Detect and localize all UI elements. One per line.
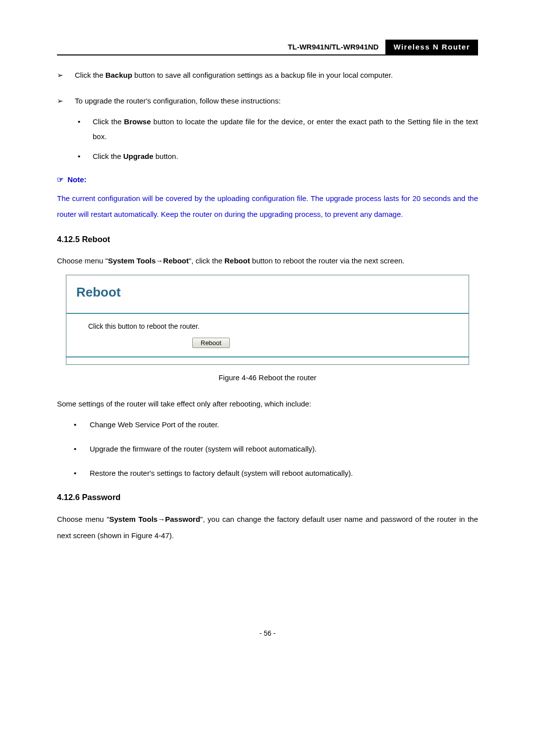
bold-reboot-btn: Reboot <box>224 256 250 265</box>
reboot-button[interactable]: Reboot <box>192 338 230 348</box>
list-item: • Restore the router's settings to facto… <box>57 466 478 480</box>
bullet-icon: • <box>78 149 80 164</box>
figure-caption: Figure 4-46 Reboot the router <box>57 372 478 384</box>
list-item-backup: ➢ Click the Backup button to save all co… <box>57 67 478 83</box>
figure-reboot: Reboot Click this button to reboot the r… <box>66 275 469 365</box>
bold-upgrade: Upgrade <box>123 152 154 160</box>
reboot-paragraph: Choose menu "System Tools→Reboot", click… <box>57 252 478 269</box>
text: button to locate the update file for the… <box>93 117 478 141</box>
note-label: Note: <box>67 175 86 184</box>
section-heading-password: 4.12.6 Password <box>57 491 478 504</box>
bold-reboot-menu: Reboot <box>163 256 189 265</box>
bold-backup: Backup <box>106 71 132 79</box>
bold-browse: Browse <box>124 117 151 126</box>
list-item-upgrade: ➢ To upgrade the router's configuration,… <box>57 93 478 164</box>
after-figure-text: Some settings of the router will take ef… <box>57 396 478 412</box>
text: Click the <box>93 152 123 160</box>
arrow-icon: → <box>156 256 163 265</box>
note-heading: ☞ Note: <box>57 174 478 186</box>
password-paragraph: Choose menu "System Tools→Password", you… <box>57 511 478 544</box>
header-model: TL-WR941N/TL-WR941ND <box>57 40 385 54</box>
bold-system-tools: System Tools <box>109 515 158 523</box>
bold-password: Password <box>165 515 200 523</box>
text: button. <box>154 152 178 160</box>
reboot-effects-list: • Change Web Service Port of the router.… <box>57 418 478 480</box>
text: To upgrade the router's configuration, f… <box>75 97 281 105</box>
text: Click the <box>75 71 106 79</box>
page-number: - 56 - <box>57 628 478 639</box>
chevron-right-icon: ➢ <box>57 67 63 83</box>
page-header: TL-WR941N/TL-WR941ND Wireless N Router <box>57 40 478 55</box>
pointing-hand-icon: ☞ <box>57 175 63 184</box>
sub-item-upgrade: • Click the Upgrade button. <box>75 149 478 164</box>
note-body: The current configuration will be covere… <box>57 191 478 222</box>
text: Restore the router's settings to factory… <box>90 469 353 477</box>
bullet-icon: • <box>74 442 76 455</box>
bullet-icon: • <box>74 466 76 480</box>
text: Click the <box>93 117 124 126</box>
text: Upgrade the firmware of the router (syst… <box>90 445 317 453</box>
bold-system-tools: System Tools <box>108 256 156 265</box>
text: Choose menu " <box>57 256 108 265</box>
text: ", click the <box>189 256 224 265</box>
chevron-right-icon: ➢ <box>57 93 63 109</box>
list-item: • Upgrade the firmware of the router (sy… <box>57 442 478 455</box>
section-heading-reboot: 4.12.5 Reboot <box>57 233 478 246</box>
text: Choose menu " <box>57 515 109 523</box>
text: Change Web Service Port of the router. <box>90 420 219 429</box>
bullet-icon: • <box>74 418 76 431</box>
list-item: • Change Web Service Port of the router. <box>57 418 478 431</box>
header-product-name: Wireless N Router <box>385 40 478 54</box>
arrow-icon: → <box>158 515 165 523</box>
bullet-icon: • <box>78 114 80 129</box>
upgrade-sublist: • Click the Browse button to locate the … <box>75 114 478 164</box>
figure-body-text: Click this button to reboot the router. <box>88 321 449 332</box>
text: button to reboot the router via the next… <box>250 256 405 265</box>
sub-item-browse: • Click the Browse button to locate the … <box>75 114 478 144</box>
backup-restore-list: ➢ Click the Backup button to save all co… <box>57 67 478 164</box>
text: button to save all configuration setting… <box>132 71 393 79</box>
figure-title: Reboot <box>76 282 459 303</box>
